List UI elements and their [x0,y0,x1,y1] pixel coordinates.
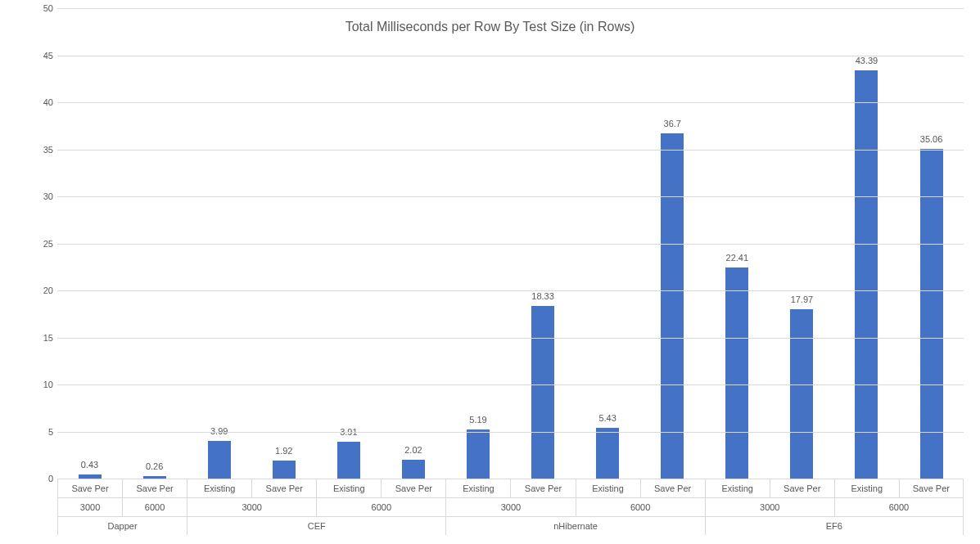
bar-value-label: 5.43 [598,413,616,423]
bar-value-label: 35.06 [920,134,943,144]
x-level2-cell: 3000 [187,498,316,516]
x-level3-cell: EF6 [705,517,964,535]
gridline [57,8,964,9]
bar-value-label: 43.39 [856,56,878,65]
x-level1-cell: Existing [576,479,640,497]
bar: 17.97 [790,309,813,479]
bar-value-label: 1.92 [275,446,292,456]
gridline [57,56,964,56]
x-level1-cell: Save Per [57,479,122,497]
x-level1: Save PerSave PerExistingSave PerExisting… [57,479,964,497]
bar: 1.92 [273,461,296,479]
x-level2-cell: 3000 [57,498,122,516]
gridline [57,102,964,103]
x-level3: DapperCEFnHibernateEF6 [57,516,964,535]
chart-container: Total Milliseconds per Row By Test Size … [0,0,980,544]
x-level3-cell: CEF [187,517,445,535]
x-level1-cell: Existing [445,479,510,497]
bar: 5.19 [467,429,490,479]
bar-value-label: 22.41 [726,253,749,263]
bar: 2.02 [402,460,425,479]
x-level3-cell: Dapper [57,517,187,535]
x-level1-cell: Existing [187,479,251,497]
bar-value-label: 18.33 [531,291,554,301]
bar: 5.43 [596,428,619,479]
x-level2-cell: 6000 [122,498,187,516]
y-tick-label: 40 [29,97,53,107]
bar: 18.33 [531,306,554,479]
bar: 3.91 [337,442,360,479]
x-level1-cell: Save Per [640,479,705,497]
bar: 43.39 [855,70,878,479]
x-level3-cell: nHibernate [445,517,704,535]
y-tick-label: 5 [29,427,53,437]
bar-value-label: 36.7 [664,119,681,128]
gridline [57,150,964,151]
bar-value-label: 5.19 [469,415,486,425]
gridline [57,384,964,385]
x-level1-cell: Save Per [770,479,834,497]
x-level1-cell: Save Per [251,479,316,497]
x-level2: 30006000300060003000600030006000 [57,497,964,516]
x-level1-cell: Existing [316,479,381,497]
x-level2-cell: 6000 [316,498,445,516]
gridline [57,432,964,433]
bar-value-label: 2.02 [404,445,422,455]
y-tick-label: 50 [29,3,53,13]
x-level1-cell: Existing [705,479,770,497]
y-tick-label: 35 [29,145,53,155]
bar: 35.06 [920,149,943,479]
bar: 36.7 [661,133,684,479]
gridline [57,290,964,291]
x-level2-cell: 3000 [445,498,575,516]
gridline [57,338,964,339]
bar-value-label: 0.43 [81,460,98,470]
x-axis: Save PerSave PerExistingSave PerExisting… [57,479,964,544]
x-level2-cell: 3000 [705,498,834,516]
x-level1-cell: Save Per [122,479,187,497]
y-tick-label: 10 [29,380,53,389]
x-level1-cell: Save Per [381,479,445,497]
x-level1-cell: Existing [834,479,899,497]
x-level2-cell: 6000 [576,498,705,516]
bar: 22.41 [725,268,748,479]
gridline [57,244,964,245]
y-tick-label: 0 [29,474,53,483]
y-tick-label: 20 [29,285,53,295]
bar-value-label: 17.97 [791,294,814,304]
y-tick-label: 45 [29,51,53,61]
bar: 3.99 [208,441,231,479]
plot-area: 0.430.263.991.923.912.025.1918.335.4336.… [57,8,964,479]
bar-value-label: 0.26 [146,461,163,471]
y-tick-label: 25 [29,239,53,249]
gridline [57,196,964,197]
x-level1-cell: Save Per [510,479,575,497]
y-tick-label: 30 [29,191,53,201]
y-tick-label: 15 [29,333,53,343]
x-level1-cell: Save Per [899,479,964,497]
x-level2-cell: 6000 [834,498,964,516]
